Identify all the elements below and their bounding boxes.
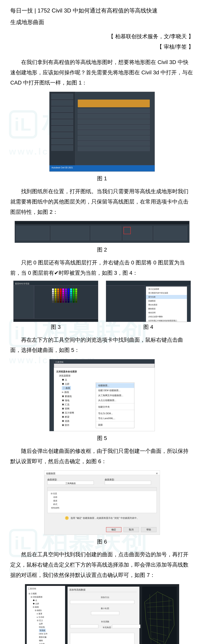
article-content: 每日一技 | 1752 Civil 3D 中如何通过有高程值的等高线快速 生成地…: [10, 5, 194, 644]
caption-6: 图 6: [10, 536, 194, 547]
figure-1: Autodesk Civil 3D 2021: [10, 92, 194, 172]
help-button[interactable]: 帮助: [141, 527, 156, 532]
paragraph-4: 再在左下方的工具空间中的浏览选项卡中找到曲面，鼠标右键点击曲面，选择创建曲面，如…: [10, 335, 194, 355]
caption-2: 图 2: [10, 244, 194, 255]
paragraph-2: 找到图纸所在位置，打开图纸。当我们只需要用等高线生成地形时我们就需要将图纸中的其…: [10, 186, 194, 217]
figure-3-4-row: 图层特性管理器 显示过滤器树 显示图层列表中的过滤器 置为当前: [10, 281, 194, 322]
byline-reviewer: 【 审核/李签 】: [10, 42, 194, 52]
svg-rect-0: [142, 586, 177, 644]
figure-6: 创建曲面 ✕ 曲面类型: 三角网曲面 曲面类型: ⊟ 信息 名称 描述 样式 特…: [10, 470, 194, 535]
caption-4: 图 4: [106, 322, 191, 332]
figure-5: 工具空间 主浏览器未命名图形 浏览器图形 ◆ 点 ◆ 点群 ◇ 曲面 ⊳ 路线 …: [10, 359, 194, 431]
paragraph-6: 然后在工具空间中找到我们创建的曲面，点击曲面旁边的加号，再打开定义，鼠标右键点击…: [10, 549, 194, 580]
figure-7: 工具空间 ⊟ 主视图 ⊟ 浏览器图形 ◆ 点 ◆ 点群 ⊟ 曲面 ⊟ 曲面1 ▸…: [10, 584, 194, 644]
paragraph-3: 只把 0 图层还有等高线图层打开，并右键点击 0 图层将 0 图层置为当前，当 …: [10, 258, 194, 278]
caption-3: 图 3: [13, 322, 98, 332]
ok-button[interactable]: 确定: [106, 527, 121, 532]
article-title-line2: 生成地形曲面: [10, 17, 194, 28]
caption-1: 图 1: [10, 173, 194, 184]
caption-5: 图 5: [10, 433, 194, 443]
paragraph-1: 在我们拿到有高程值的等高线地形图时，想要将地形图在 Civil 3D 中快速创建…: [10, 57, 194, 88]
byline-author: 【 柏慕联创技术服务，文/李晓天 】: [10, 31, 194, 42]
figure-2: [10, 221, 194, 243]
paragraph-5: 随后会弹出创建曲面的修改框，由于我们只需创建一个曲面，所以保持默认设置即可，然后…: [10, 446, 194, 466]
cancel-button[interactable]: 取消: [123, 527, 139, 532]
article-title-line1: 每日一技 | 1752 Civil 3D 中如何通过有高程值的等高线快速: [10, 5, 194, 16]
